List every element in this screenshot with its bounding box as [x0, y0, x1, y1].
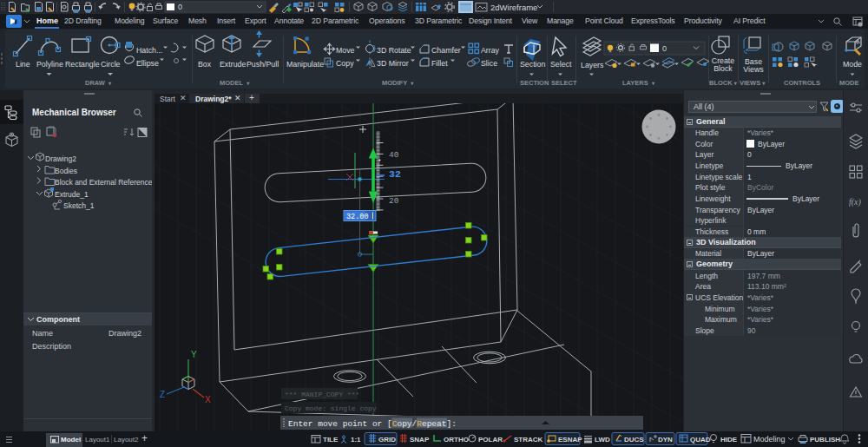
svg-text:Modeling: Modeling [753, 435, 786, 444]
svg-text:0: 0 [662, 44, 667, 53]
svg-text:20: 20 [389, 196, 399, 206]
svg-text:QUAD: QUAD [690, 436, 711, 444]
svg-text:Z: Z [160, 390, 165, 399]
svg-text:Copy mode: single copy: Copy mode: single copy [285, 404, 377, 412]
svg-text:X: X [205, 395, 211, 404]
svg-text:HIDE: HIDE [720, 436, 738, 444]
svg-text:f(x): f(x) [849, 197, 862, 207]
svg-text:Enter move point or [Copy/Repe: Enter move point or [Copy/Repeat]: [288, 419, 457, 429]
svg-text:ORTHO: ORTHO [444, 436, 469, 444]
svg-text:32: 32 [389, 168, 401, 180]
svg-text:TILE: TILE [323, 436, 339, 444]
svg-text:*** MANIP_COPY ***: *** MANIP_COPY *** [285, 391, 359, 398]
svg-text:40: 40 [389, 150, 399, 160]
svg-text:SNAP: SNAP [410, 436, 430, 444]
svg-text:32.00: 32.00 [346, 213, 369, 221]
svg-text:POLAR: POLAR [478, 436, 503, 444]
svg-text:GRID: GRID [378, 436, 396, 444]
svg-text:LWD: LWD [595, 436, 610, 444]
svg-text:DYN: DYN [658, 436, 673, 444]
svg-text:PUBLISH: PUBLISH [810, 436, 840, 444]
svg-text:STRACK: STRACK [514, 436, 543, 444]
svg-text:ESNAP: ESNAP [558, 436, 582, 444]
svg-text:DUCS: DUCS [624, 436, 644, 444]
svg-text:0: 0 [178, 3, 182, 11]
svg-text:1:1: 1:1 [351, 436, 361, 444]
svg-text:2dWireframe: 2dWireframe [490, 3, 537, 12]
svg-text:Y: Y [191, 350, 197, 359]
